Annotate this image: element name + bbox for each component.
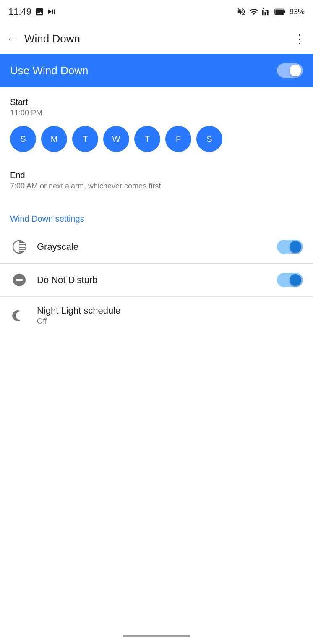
- signal-icon: [262, 7, 271, 16]
- wind-down-toggle-label: Use Wind Down: [10, 64, 88, 77]
- night-light-label: Night Light schedule: [37, 305, 120, 316]
- days-of-week: S M T W T F S: [10, 126, 303, 152]
- wifi-icon: [249, 7, 258, 16]
- nightlight-icon-wrap: [10, 308, 29, 324]
- night-light-setting-row[interactable]: Night Light schedule Off: [0, 297, 313, 334]
- status-time: 11:49: [8, 6, 31, 17]
- end-schedule-section[interactable]: End 7:00 AM or next alarm, whichever com…: [0, 170, 313, 207]
- day-friday[interactable]: F: [165, 126, 191, 152]
- content: Start 11:00 PM S M T W T F S End 7:00 AM…: [0, 87, 313, 334]
- end-label: End: [10, 170, 303, 180]
- day-thursday[interactable]: T: [134, 126, 160, 152]
- mute-icon: [237, 7, 246, 16]
- back-button[interactable]: ←: [7, 32, 18, 45]
- battery-icon: [274, 7, 286, 16]
- day-saturday[interactable]: S: [196, 126, 222, 152]
- home-indicator: [123, 635, 190, 637]
- day-monday[interactable]: M: [41, 126, 67, 152]
- image-icon: [35, 7, 44, 16]
- wind-down-banner: Use Wind Down: [0, 54, 313, 87]
- wind-down-toggle[interactable]: [277, 63, 303, 78]
- svg-rect-2: [275, 10, 284, 14]
- night-light-text-wrap: Night Light schedule Off: [37, 305, 120, 326]
- grayscale-icon-wrap: [10, 239, 29, 255]
- grayscale-icon: [11, 239, 27, 255]
- status-bar-right: 93%: [237, 7, 305, 16]
- status-icons-left: [35, 7, 56, 16]
- dnd-toggle[interactable]: [277, 273, 303, 287]
- night-light-sub: Off: [37, 317, 120, 326]
- end-value: 7:00 AM or next alarm, whichever comes f…: [10, 182, 303, 191]
- dnd-icon: [11, 272, 27, 288]
- start-value: 11:00 PM: [10, 109, 303, 118]
- svg-rect-10: [16, 279, 23, 281]
- start-schedule-section[interactable]: Start 11:00 PM S M T W T F S: [0, 87, 313, 170]
- svg-rect-1: [284, 10, 285, 13]
- dnd-label: Do Not Disturb: [37, 275, 269, 285]
- day-sunday[interactable]: S: [10, 126, 36, 152]
- app-bar: ← Wind Down ⋮: [0, 24, 313, 54]
- grayscale-setting-row[interactable]: Grayscale: [0, 230, 313, 263]
- page-title: Wind Down: [24, 32, 80, 45]
- battery-percent: 93%: [290, 8, 305, 16]
- start-label: Start: [10, 97, 303, 107]
- dnd-icon-wrap: [10, 272, 29, 288]
- dnd-setting-row[interactable]: Do Not Disturb: [0, 264, 313, 296]
- play-icon: [47, 7, 56, 16]
- status-bar: 11:49 93%: [0, 0, 313, 24]
- grayscale-toggle[interactable]: [277, 240, 303, 254]
- day-wednesday[interactable]: W: [103, 126, 129, 152]
- nightlight-icon: [11, 308, 27, 324]
- grayscale-label: Grayscale: [37, 241, 269, 252]
- wind-down-settings-link[interactable]: Wind Down settings: [0, 207, 313, 230]
- more-options-button[interactable]: ⋮: [294, 32, 306, 46]
- day-tuesday[interactable]: T: [72, 126, 98, 152]
